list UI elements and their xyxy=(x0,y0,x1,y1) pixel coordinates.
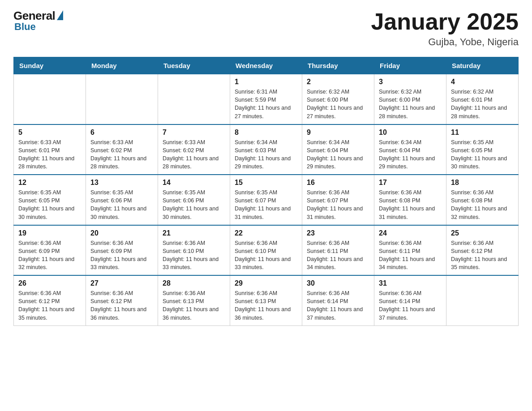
day-info: Sunrise: 6:33 AM Sunset: 6:01 PM Dayligh… xyxy=(18,138,81,171)
day-info: Sunrise: 6:34 AM Sunset: 6:04 PM Dayligh… xyxy=(379,138,442,171)
day-info: Sunrise: 6:36 AM Sunset: 6:12 PM Dayligh… xyxy=(18,289,81,322)
calendar-day-cell: 24Sunrise: 6:36 AM Sunset: 6:11 PM Dayli… xyxy=(374,225,446,276)
day-number: 10 xyxy=(379,128,442,137)
calendar-day-cell: 28Sunrise: 6:36 AM Sunset: 6:13 PM Dayli… xyxy=(158,275,230,325)
day-number: 3 xyxy=(379,78,442,86)
day-of-week-header: Sunday xyxy=(14,57,86,74)
day-number: 27 xyxy=(90,279,153,287)
calendar-day-cell: 27Sunrise: 6:36 AM Sunset: 6:12 PM Dayli… xyxy=(86,275,158,325)
day-info: Sunrise: 6:32 AM Sunset: 6:01 PM Dayligh… xyxy=(451,88,514,120)
logo: General Blue xyxy=(13,9,63,33)
day-number: 15 xyxy=(235,179,297,187)
day-number: 28 xyxy=(163,279,225,287)
day-number: 20 xyxy=(90,229,153,237)
calendar-day-cell: 29Sunrise: 6:36 AM Sunset: 6:13 PM Dayli… xyxy=(230,275,302,325)
calendar-subtitle: Gujba, Yobe, Nigeria xyxy=(371,36,519,48)
logo-triangle-icon xyxy=(57,10,63,20)
calendar-week-row: 19Sunrise: 6:36 AM Sunset: 6:09 PM Dayli… xyxy=(14,225,519,276)
calendar-day-cell: 19Sunrise: 6:36 AM Sunset: 6:09 PM Dayli… xyxy=(14,225,86,276)
calendar-day-cell: 1Sunrise: 6:31 AM Sunset: 5:59 PM Daylig… xyxy=(230,74,302,124)
day-of-week-header: Thursday xyxy=(302,57,374,74)
calendar-day-cell: 14Sunrise: 6:35 AM Sunset: 6:06 PM Dayli… xyxy=(158,175,230,225)
day-info: Sunrise: 6:36 AM Sunset: 6:11 PM Dayligh… xyxy=(307,239,369,272)
day-info: Sunrise: 6:36 AM Sunset: 6:10 PM Dayligh… xyxy=(163,239,225,272)
calendar-day-cell: 12Sunrise: 6:35 AM Sunset: 6:05 PM Dayli… xyxy=(14,175,86,225)
day-number: 6 xyxy=(90,128,153,137)
day-info: Sunrise: 6:32 AM Sunset: 6:00 PM Dayligh… xyxy=(379,88,442,120)
calendar-day-cell: 25Sunrise: 6:36 AM Sunset: 6:12 PM Dayli… xyxy=(446,225,519,276)
day-number: 4 xyxy=(451,78,514,86)
calendar-day-cell: 7Sunrise: 6:33 AM Sunset: 6:02 PM Daylig… xyxy=(158,124,230,175)
day-number: 31 xyxy=(379,279,442,287)
logo-blue-text: Blue xyxy=(14,21,36,33)
day-info: Sunrise: 6:32 AM Sunset: 6:00 PM Dayligh… xyxy=(307,88,369,120)
day-number: 11 xyxy=(451,128,514,137)
calendar-day-cell: 26Sunrise: 6:36 AM Sunset: 6:12 PM Dayli… xyxy=(14,275,86,325)
day-info: Sunrise: 6:36 AM Sunset: 6:08 PM Dayligh… xyxy=(451,188,514,221)
calendar-day-cell: 21Sunrise: 6:36 AM Sunset: 6:10 PM Dayli… xyxy=(158,225,230,276)
day-info: Sunrise: 6:36 AM Sunset: 6:12 PM Dayligh… xyxy=(451,239,514,272)
calendar-day-cell: 9Sunrise: 6:34 AM Sunset: 6:04 PM Daylig… xyxy=(302,124,374,175)
day-info: Sunrise: 6:36 AM Sunset: 6:10 PM Dayligh… xyxy=(235,239,297,272)
calendar-day-cell: 4Sunrise: 6:32 AM Sunset: 6:01 PM Daylig… xyxy=(446,74,519,124)
calendar-day-cell: 31Sunrise: 6:36 AM Sunset: 6:14 PM Dayli… xyxy=(374,275,446,325)
calendar-day-cell: 30Sunrise: 6:36 AM Sunset: 6:14 PM Dayli… xyxy=(302,275,374,325)
calendar-day-cell: 10Sunrise: 6:34 AM Sunset: 6:04 PM Dayli… xyxy=(374,124,446,175)
day-info: Sunrise: 6:31 AM Sunset: 5:59 PM Dayligh… xyxy=(235,88,297,120)
day-info: Sunrise: 6:36 AM Sunset: 6:07 PM Dayligh… xyxy=(307,188,369,221)
empty-cell xyxy=(446,275,519,325)
day-info: Sunrise: 6:36 AM Sunset: 6:08 PM Dayligh… xyxy=(379,188,442,221)
day-number: 17 xyxy=(379,179,442,187)
calendar-table: SundayMondayTuesdayWednesdayThursdayFrid… xyxy=(13,57,519,326)
day-number: 16 xyxy=(307,179,369,187)
day-info: Sunrise: 6:36 AM Sunset: 6:13 PM Dayligh… xyxy=(235,289,297,322)
calendar-week-row: 1Sunrise: 6:31 AM Sunset: 5:59 PM Daylig… xyxy=(14,74,519,124)
day-number: 8 xyxy=(235,128,297,137)
day-number: 7 xyxy=(163,128,225,137)
day-number: 24 xyxy=(379,229,442,237)
calendar-day-cell: 11Sunrise: 6:35 AM Sunset: 6:05 PM Dayli… xyxy=(446,124,519,175)
calendar-day-cell: 18Sunrise: 6:36 AM Sunset: 6:08 PM Dayli… xyxy=(446,175,519,225)
day-of-week-header: Monday xyxy=(86,57,158,74)
calendar-week-row: 12Sunrise: 6:35 AM Sunset: 6:05 PM Dayli… xyxy=(14,175,519,225)
day-number: 5 xyxy=(18,128,81,137)
day-info: Sunrise: 6:34 AM Sunset: 6:04 PM Dayligh… xyxy=(307,138,369,171)
day-number: 13 xyxy=(90,179,153,187)
day-info: Sunrise: 6:35 AM Sunset: 6:07 PM Dayligh… xyxy=(235,188,297,221)
empty-cell xyxy=(14,74,86,124)
day-of-week-header: Tuesday xyxy=(158,57,230,74)
calendar-day-cell: 2Sunrise: 6:32 AM Sunset: 6:00 PM Daylig… xyxy=(302,74,374,124)
day-number: 2 xyxy=(307,78,369,86)
day-number: 29 xyxy=(235,279,297,287)
day-of-week-header: Saturday xyxy=(446,57,519,74)
day-info: Sunrise: 6:36 AM Sunset: 6:12 PM Dayligh… xyxy=(90,289,153,322)
page-header: General Blue January 2025 Gujba, Yobe, N… xyxy=(13,9,519,48)
calendar-day-cell: 16Sunrise: 6:36 AM Sunset: 6:07 PM Dayli… xyxy=(302,175,374,225)
day-number: 9 xyxy=(307,128,369,137)
calendar-day-cell: 22Sunrise: 6:36 AM Sunset: 6:10 PM Dayli… xyxy=(230,225,302,276)
empty-cell xyxy=(158,74,230,124)
calendar-day-cell: 20Sunrise: 6:36 AM Sunset: 6:09 PM Dayli… xyxy=(86,225,158,276)
day-number: 26 xyxy=(18,279,81,287)
day-info: Sunrise: 6:36 AM Sunset: 6:14 PM Dayligh… xyxy=(307,289,369,322)
day-number: 14 xyxy=(163,179,225,187)
calendar-week-row: 5Sunrise: 6:33 AM Sunset: 6:01 PM Daylig… xyxy=(14,124,519,175)
day-info: Sunrise: 6:35 AM Sunset: 6:06 PM Dayligh… xyxy=(163,188,225,221)
day-info: Sunrise: 6:36 AM Sunset: 6:13 PM Dayligh… xyxy=(163,289,225,322)
day-info: Sunrise: 6:36 AM Sunset: 6:09 PM Dayligh… xyxy=(90,239,153,272)
day-info: Sunrise: 6:36 AM Sunset: 6:11 PM Dayligh… xyxy=(379,239,442,272)
day-number: 21 xyxy=(163,229,225,237)
day-info: Sunrise: 6:35 AM Sunset: 6:06 PM Dayligh… xyxy=(90,188,153,221)
day-info: Sunrise: 6:33 AM Sunset: 6:02 PM Dayligh… xyxy=(90,138,153,171)
calendar-title: January 2025 xyxy=(371,9,519,34)
calendar-day-cell: 6Sunrise: 6:33 AM Sunset: 6:02 PM Daylig… xyxy=(86,124,158,175)
calendar-day-cell: 3Sunrise: 6:32 AM Sunset: 6:00 PM Daylig… xyxy=(374,74,446,124)
calendar-day-cell: 13Sunrise: 6:35 AM Sunset: 6:06 PM Dayli… xyxy=(86,175,158,225)
day-number: 12 xyxy=(18,179,81,187)
calendar-day-cell: 5Sunrise: 6:33 AM Sunset: 6:01 PM Daylig… xyxy=(14,124,86,175)
day-of-week-header: Friday xyxy=(374,57,446,74)
calendar-day-cell: 23Sunrise: 6:36 AM Sunset: 6:11 PM Dayli… xyxy=(302,225,374,276)
calendar-week-row: 26Sunrise: 6:36 AM Sunset: 6:12 PM Dayli… xyxy=(14,275,519,325)
title-section: January 2025 Gujba, Yobe, Nigeria xyxy=(371,9,519,48)
calendar-day-cell: 8Sunrise: 6:34 AM Sunset: 6:03 PM Daylig… xyxy=(230,124,302,175)
